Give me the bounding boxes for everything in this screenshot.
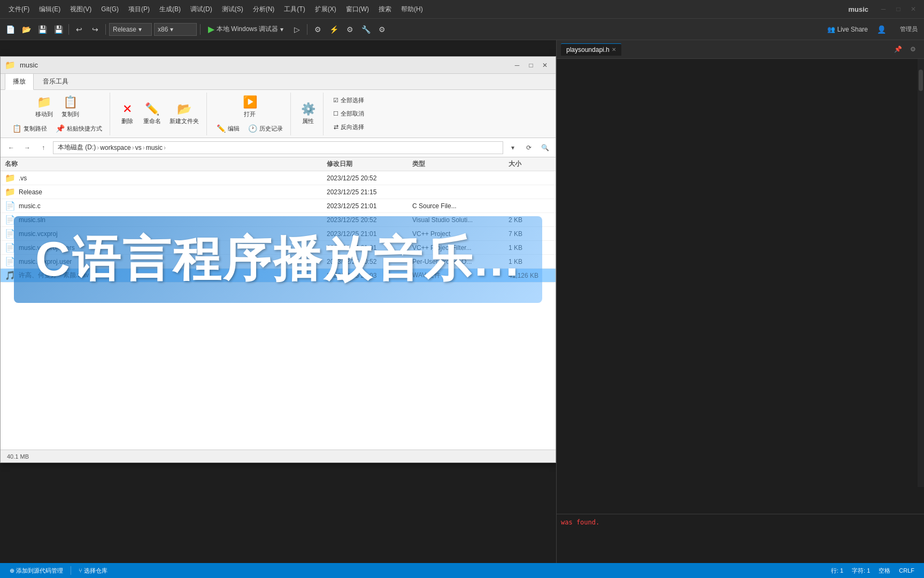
ribbon-open[interactable]: ▶️ 打开 [239, 93, 260, 120]
shortcut-icon: 📌 [56, 124, 65, 133]
vs-settings[interactable]: ⚙ [906, 42, 920, 56]
vs-tab-file[interactable]: playsoundapi.h ✕ [561, 43, 621, 56]
vs-window-minimize[interactable]: ─ [877, 3, 890, 16]
ribbon-properties[interactable]: ⚙️ 属性 [297, 100, 319, 127]
toolbar-run-btn[interactable]: ▶ 本地 Windows 调试器 ▾ [204, 23, 288, 35]
menu-analyze[interactable]: 分析(N) [249, 3, 279, 16]
vs-scrollbar[interactable] [918, 59, 924, 487]
col-name[interactable]: 名称 [5, 159, 327, 169]
menu-build[interactable]: 生成(B) [155, 3, 185, 16]
path-vs[interactable]: vs [135, 144, 142, 151]
menu-edit[interactable]: 编辑(E) [35, 3, 65, 16]
nav-forward[interactable]: → [21, 141, 34, 154]
toolbar-run-without-debug[interactable]: ▷ [290, 22, 304, 36]
menu-window[interactable]: 窗口(W) [342, 3, 373, 16]
table-row[interactable]: 📄 music.c 2023/12/25 21:01 C Source File… [1, 199, 556, 213]
vs-code-area[interactable] [557, 59, 924, 380]
col-modified[interactable]: 修改日期 [327, 159, 412, 169]
vs-scrollbar-thumb[interactable] [919, 70, 923, 91]
toolbar-undo[interactable]: ↩ [72, 22, 86, 36]
table-row[interactable]: 📄 music.sln 2023/12/25 20:52 Visual Stud… [1, 213, 556, 227]
status-line[interactable]: 行: 1 [828, 567, 846, 575]
menu-test[interactable]: 测试(S) [218, 3, 248, 16]
vs-window-close[interactable]: ✕ [907, 3, 920, 16]
toolbar-open[interactable]: 📂 [19, 22, 33, 36]
menu-tools[interactable]: 工具(T) [280, 3, 309, 16]
nav-search[interactable]: 🔍 [538, 141, 551, 154]
menu-view[interactable]: 视图(V) [66, 3, 96, 16]
ribbon-tab-play[interactable]: 播放 [5, 73, 34, 90]
table-row[interactable]: 🎵 许高、何曼婷 - 素颜.wav 2023/12/25 21:03 WAV 文… [1, 269, 556, 283]
toolbar-more-3[interactable]: ⚙ [343, 22, 357, 36]
toolbar-user[interactable]: 👤 [874, 22, 888, 36]
toolbar-more-4[interactable]: 🔧 [359, 22, 373, 36]
nav-up[interactable]: ↑ [37, 141, 50, 154]
ribbon-history[interactable]: 🕐 历史记录 [245, 123, 286, 134]
ribbon-tab-music-tools[interactable]: 音乐工具 [35, 73, 76, 89]
vs-tab-close[interactable]: ✕ [612, 47, 616, 52]
toolbar-live-share[interactable]: 👥 Live Share [823, 25, 872, 34]
ribbon-move-to[interactable]: 📁 移动到 [32, 93, 56, 120]
ribbon-copy-to[interactable]: 📋 复制到 [58, 93, 82, 120]
explorer-maximize[interactable]: □ [525, 59, 537, 72]
menu-extensions[interactable]: 扩展(X) [311, 3, 341, 16]
explorer-close[interactable]: ✕ [538, 59, 551, 72]
toolbar-new[interactable]: 📄 [3, 22, 17, 36]
status-char[interactable]: 字符: 1 [849, 567, 873, 575]
toolbar-more-1[interactable]: ⚙ [311, 22, 325, 36]
nav-back[interactable]: ← [5, 141, 18, 154]
file-modified: 2023/12/25 20:52 [327, 216, 412, 224]
toolbar-manage[interactable]: 管理员 [897, 22, 921, 36]
toolbar-save[interactable]: 💾 [35, 22, 49, 36]
path-workspace[interactable]: workspace [100, 144, 130, 151]
line-label: 行: 1 [831, 567, 843, 575]
edit-icon: ✏️ [217, 124, 226, 133]
ribbon-shortcut[interactable]: 📌 粘贴快捷方式 [52, 123, 105, 134]
table-row[interactable]: 📄 music.vcxproj 2023/12/25 21:01 VC++ Pr… [1, 227, 556, 241]
ribbon-tabs: 播放 音乐工具 [1, 74, 556, 90]
vs-tab-bar: playsoundapi.h ✕ 📌 ⚙ [557, 40, 924, 59]
ribbon-select-all[interactable]: ☑ 全部选择 [330, 95, 367, 106]
table-row[interactable]: 📄 music.vcxproj.filters 2023/12/25 21:01… [1, 241, 556, 255]
col-type[interactable]: 类型 [412, 159, 509, 169]
nav-refresh[interactable]: ⟳ [522, 141, 535, 154]
status-source-control[interactable]: ⊕ 添加到源代码管理 [6, 567, 66, 575]
ribbon-path[interactable]: 📋 复制路径 [9, 123, 50, 134]
ribbon-new-folder[interactable]: 📂 新建文件夹 [166, 100, 202, 127]
vs-pin[interactable]: 📌 [891, 42, 905, 56]
path-music[interactable]: music [146, 144, 163, 151]
toolbar-more-2[interactable]: ⚡ [327, 22, 341, 36]
menu-project[interactable]: 项目(P) [124, 3, 154, 16]
toolbar-platform-dropdown[interactable]: x86 ▾ [154, 23, 197, 36]
status-space[interactable]: 空格 [875, 567, 894, 575]
ribbon-select-none[interactable]: ☐ 全部取消 [330, 108, 367, 119]
toolbar-more-5[interactable]: ⚙ [375, 22, 389, 36]
explorer-minimize[interactable]: ─ [511, 59, 523, 72]
path-root[interactable]: 本地磁盘 (D:) [58, 143, 96, 152]
select-invert-icon: ⇄ [334, 124, 338, 131]
ribbon-rename[interactable]: ✏️ 重命名 [140, 100, 164, 127]
menu-help[interactable]: 帮助(H) [397, 3, 427, 16]
table-row[interactable]: 📁 .vs 2023/12/25 20:52 [1, 171, 556, 185]
menu-git[interactable]: Git(G) [97, 3, 123, 15]
table-row[interactable]: 📄 music.vcxproj.user 2023/12/25 20:52 Pe… [1, 255, 556, 269]
toolbar-saveall[interactable]: 💾 [51, 22, 65, 36]
nav-dropdown[interactable]: ▾ [506, 141, 519, 154]
file-name: .vs [19, 174, 27, 182]
status-branch[interactable]: ⑂ 选择仓库 [75, 567, 111, 575]
ribbon-edit[interactable]: ✏️ 编辑 [213, 123, 243, 134]
ribbon-delete[interactable]: ✕ 删除 [117, 100, 138, 127]
toolbar-config-dropdown[interactable]: Release ▾ [109, 23, 152, 36]
status-crlf[interactable]: CRLF [896, 567, 918, 574]
menu-debug[interactable]: 调试(D) [186, 3, 217, 16]
run-label: 本地 Windows 调试器 [217, 25, 278, 34]
menu-search[interactable]: 搜索 [374, 3, 396, 16]
vs-window-maximize[interactable]: □ [892, 3, 905, 16]
address-path[interactable]: 本地磁盘 (D:) › workspace › vs › music › [53, 141, 503, 154]
ribbon-select-invert[interactable]: ⇄ 反向选择 [330, 121, 367, 133]
toolbar-sep-3 [200, 24, 201, 35]
menu-file[interactable]: 文件(F) [4, 3, 34, 16]
table-row[interactable]: 📁 Release 2023/12/25 21:15 [1, 185, 556, 199]
col-size[interactable]: 大小 [509, 159, 551, 169]
toolbar-redo[interactable]: ↪ [88, 22, 102, 36]
